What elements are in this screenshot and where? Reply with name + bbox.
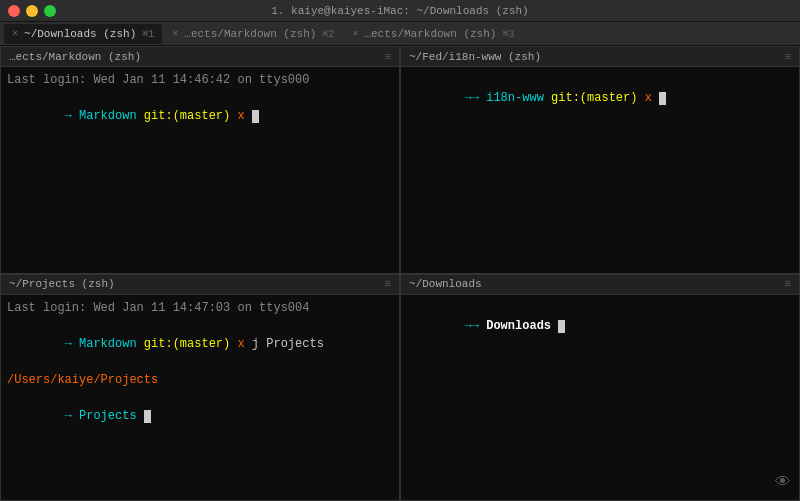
prompt-arrow: → <box>65 109 79 123</box>
pane-bottom-right-header: ~/Downloads ≡ <box>401 275 799 295</box>
command-text: j Projects <box>252 337 324 351</box>
git-branch: git:(master) <box>144 109 230 123</box>
pane-top-left-header: …ects/Markdown (zsh) ≡ <box>1 47 399 67</box>
terminal-line-2: → Markdown git:(master) x j Projects <box>7 317 393 371</box>
tab-downloads[interactable]: ✕ ~/Downloads (zsh) ⌘1 <box>4 24 162 44</box>
tab-shortcut: ⌘2 <box>322 28 334 40</box>
pane-top-left[interactable]: …ects/Markdown (zsh) ≡ Last login: Wed J… <box>0 46 400 274</box>
pane-bottom-left[interactable]: ~/Projects (zsh) ≡ Last login: Wed Jan 1… <box>0 274 400 502</box>
tab-shortcut: ⌘1 <box>142 28 154 40</box>
pane-top-right-header: ~/Fed/i18n-www (zsh) ≡ <box>401 47 799 67</box>
cursor-block <box>659 92 666 105</box>
maximize-button[interactable] <box>44 5 56 17</box>
prompt-arrow-double: →→ <box>465 91 487 105</box>
pane-bottom-right[interactable]: ~/Downloads ≡ →→ Downloads 👁 <box>400 274 800 502</box>
cursor-block <box>558 320 565 333</box>
title-bar: 1. kaiye@kaiyes-iMac: ~/Downloads (zsh) <box>0 0 800 22</box>
directory-name: Projects <box>79 409 144 423</box>
eye-icon: 👁 <box>775 473 791 492</box>
git-x: x <box>230 337 252 351</box>
minimize-button[interactable] <box>26 5 38 17</box>
prompt-arrow: → <box>65 409 79 423</box>
pane-header-title: ~/Projects (zsh) <box>9 278 384 290</box>
tab-markdown-1[interactable]: ✕ …ects/Markdown (zsh) ⌘2 <box>164 24 342 44</box>
pane-top-right[interactable]: ~/Fed/i18n-www (zsh) ≡ →→ i18n-www git:(… <box>400 46 800 274</box>
terminal-line-1: Last login: Wed Jan 11 14:46:42 on ttys0… <box>7 71 393 89</box>
close-button[interactable] <box>8 5 20 17</box>
git-x: x <box>230 109 252 123</box>
pane-bottom-left-content[interactable]: Last login: Wed Jan 11 14:47:03 on ttys0… <box>1 295 399 501</box>
pane-header-title: ~/Downloads <box>409 278 784 290</box>
git-branch: git:(master) <box>144 337 230 351</box>
directory-name: Downloads <box>486 319 558 333</box>
window-controls <box>0 5 56 17</box>
terminal-line-2: → Markdown git:(master) x <box>7 89 393 143</box>
pane-menu-icon[interactable]: ≡ <box>784 51 791 63</box>
panes-container: …ects/Markdown (zsh) ≡ Last login: Wed J… <box>0 46 800 501</box>
directory-name: i18n-www <box>486 91 551 105</box>
terminal-line-1: Last login: Wed Jan 11 14:47:03 on ttys0… <box>7 299 393 317</box>
cursor-block <box>252 110 259 123</box>
git-branch: git:(master) <box>551 91 637 105</box>
tab-bar: ✕ ~/Downloads (zsh) ⌘1 ✕ …ects/Markdown … <box>0 22 800 46</box>
pane-menu-icon[interactable]: ≡ <box>384 278 391 290</box>
tab-close-icon[interactable]: ✕ <box>12 29 18 39</box>
pane-menu-icon[interactable]: ≡ <box>384 51 391 63</box>
tab-markdown-2[interactable]: ✕ …ects/Markdown (zsh) ⌘3 <box>344 24 522 44</box>
pane-bottom-left-header: ~/Projects (zsh) ≡ <box>1 275 399 295</box>
git-x: x <box>637 91 659 105</box>
cursor-block <box>144 410 151 423</box>
terminal-line-3: /Users/kaiye/Projects <box>7 371 393 389</box>
tab-shortcut: ⌘3 <box>502 28 514 40</box>
tab-label: ~/Downloads (zsh) <box>24 28 136 40</box>
tab-close-icon[interactable]: ✕ <box>352 29 358 39</box>
pane-header-title: ~/Fed/i18n-www (zsh) <box>409 51 784 63</box>
prompt-arrow-double: →→ <box>465 319 487 333</box>
pane-bottom-right-content[interactable]: →→ Downloads 👁 <box>401 295 799 501</box>
pane-top-left-content[interactable]: Last login: Wed Jan 11 14:46:42 on ttys0… <box>1 67 399 273</box>
title-bar-title: 1. kaiye@kaiyes-iMac: ~/Downloads (zsh) <box>271 5 528 17</box>
tab-label: …ects/Markdown (zsh) <box>364 28 496 40</box>
pane-top-right-content[interactable]: →→ i18n-www git:(master) x <box>401 67 799 273</box>
pane-header-title: …ects/Markdown (zsh) <box>9 51 384 63</box>
pane-menu-icon[interactable]: ≡ <box>784 278 791 290</box>
tab-close-icon[interactable]: ✕ <box>172 29 178 39</box>
prompt-arrow: → <box>65 337 79 351</box>
terminal-line-1: →→ Downloads <box>407 299 793 353</box>
tab-label: …ects/Markdown (zsh) <box>184 28 316 40</box>
directory-name: Markdown <box>79 337 144 351</box>
terminal-line-4: → Projects <box>7 389 393 443</box>
directory-name: Markdown <box>79 109 144 123</box>
terminal-line-1: →→ i18n-www git:(master) x <box>407 71 793 125</box>
